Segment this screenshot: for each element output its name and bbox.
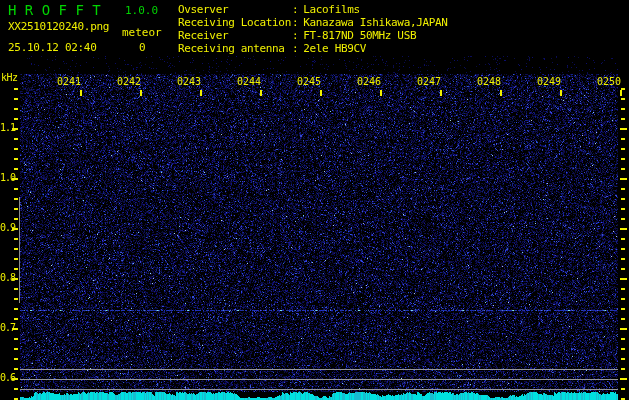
app-title: H R O F F T — [8, 3, 101, 17]
freq-label: 0.8 — [0, 273, 13, 283]
station-label: Ovserver — [178, 3, 292, 16]
station-row-antenna: Receiving antenna:2ele HB9CV — [178, 42, 448, 55]
time-label: 0246 — [357, 77, 381, 87]
station-value: Kanazawa Ishikawa,JAPAN — [303, 16, 447, 29]
station-separator: : — [292, 16, 298, 29]
freq-label: 1.1 — [0, 123, 13, 133]
meteor-label: meteor — [122, 27, 162, 38]
station-label: Receiver — [178, 29, 292, 42]
time-label: 0250 — [597, 77, 621, 87]
freq-label: 0.9 — [0, 223, 13, 233]
station-info: Ovserver:Lacofilms Receiving Location:Ka… — [178, 3, 448, 55]
time-label: 0245 — [297, 77, 321, 87]
station-value: FT-817ND 50MHz USB — [303, 29, 416, 42]
station-separator: : — [292, 42, 298, 55]
calibration-marker-line — [19, 197, 20, 303]
hrofft-window: H R O F F T 1.0.0 XX2510120240.png meteo… — [0, 0, 629, 400]
station-separator: : — [292, 29, 298, 42]
time-label: 0242 — [117, 77, 141, 87]
capture-filename: XX2510120240.png — [8, 21, 109, 32]
spectrogram-canvas — [0, 0, 629, 400]
freq-label: 1.0 — [0, 173, 13, 183]
freq-unit-label: kHz — [1, 73, 18, 83]
time-label: 0244 — [237, 77, 261, 87]
station-separator: : — [292, 3, 298, 16]
station-value: Lacofilms — [303, 3, 359, 16]
station-label: Receiving antenna — [178, 42, 292, 55]
station-row-receiver: Receiver:FT-817ND 50MHz USB — [178, 29, 448, 42]
time-label: 0243 — [177, 77, 201, 87]
freq-label: 0.7 — [0, 323, 13, 333]
station-row-observer: Ovserver:Lacofilms — [178, 3, 448, 16]
freq-label: 0.6 — [0, 373, 13, 383]
capture-datetime: 25.10.12 02:40 — [8, 42, 97, 53]
time-label: 0241 — [57, 77, 81, 87]
meteor-count: 0 — [139, 42, 146, 53]
time-label: 0248 — [477, 77, 501, 87]
app-version: 1.0.0 — [125, 5, 158, 16]
station-value: 2ele HB9CV — [303, 42, 366, 55]
time-label: 0249 — [537, 77, 561, 87]
station-label: Receiving Location — [178, 16, 292, 29]
time-label: 0247 — [417, 77, 441, 87]
station-row-location: Receiving Location:Kanazawa Ishikawa,JAP… — [178, 16, 448, 29]
